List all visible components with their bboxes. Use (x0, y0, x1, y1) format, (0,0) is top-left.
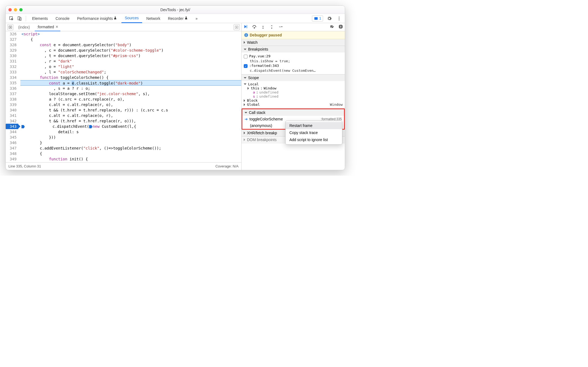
settings-icon[interactable] (326, 15, 333, 22)
step-into-icon[interactable] (261, 24, 265, 30)
var-name: a (253, 90, 255, 94)
expand-icon (244, 49, 246, 50)
main-split: (index) :formatted × 3263273283293303313… (6, 23, 345, 170)
scope-block[interactable]: Block (244, 98, 343, 102)
tabs-overflow[interactable]: » (192, 14, 201, 23)
section-title: Call stack (249, 110, 265, 115)
overflow-label: » (196, 16, 198, 21)
section-header[interactable]: Breakpoints (242, 46, 345, 52)
ctx-restart-frame[interactable]: Restart frame (286, 122, 342, 129)
tab-console[interactable]: Console (52, 14, 73, 23)
frame-name: toggleColorScheme (249, 117, 283, 121)
breakpoint-location: :formatted:343 (249, 64, 279, 68)
device-toolbar-icon[interactable] (16, 15, 23, 22)
debugger-pane: i Debugger paused Watch Breakpoints Pay.… (242, 23, 345, 170)
section-header[interactable]: Call stack (242, 109, 344, 116)
frame-location: :formatted:335 (321, 117, 342, 121)
run-snippet-icon[interactable] (234, 24, 240, 30)
cursor-position: Line 335, Column 31 (8, 164, 41, 168)
tab-elements[interactable]: Elements (29, 14, 51, 23)
expand-icon (244, 83, 246, 85)
ctx-add-ignore-list[interactable]: Add script to ignore list (286, 136, 342, 143)
tab-label: Network (146, 16, 160, 21)
svg-point-6 (339, 19, 340, 20)
scope-name: Block (247, 98, 258, 102)
breakpoint-snippet: c.dispatchEvent(new CustomEven… (250, 69, 343, 73)
tab-label: Elements (32, 16, 48, 21)
tab-label: Recorder (168, 16, 184, 21)
code-content[interactable]: <script> { const e = document.querySelec… (20, 31, 241, 162)
file-tab-index[interactable]: (index) (16, 23, 32, 31)
step-icon[interactable] (278, 24, 283, 30)
context-menu: Restart frame Copy stack trace Add scrip… (285, 121, 342, 145)
frame-name: (anonymous) (250, 123, 272, 128)
breakpoint-item[interactable]: Pay.vue:29 (244, 54, 343, 58)
svg-rect-11 (247, 25, 247, 28)
tab-label: Sources (125, 16, 139, 20)
flask-icon (113, 16, 117, 21)
tab-sources[interactable]: Sources (121, 14, 142, 23)
line-gutter[interactable]: 3263273283293303313323333343353363373383… (6, 31, 20, 162)
ctx-label: Add script to ignore list (289, 138, 328, 142)
section-title: Breakpoints (248, 47, 268, 51)
ctx-label: Copy stack trace (289, 130, 318, 135)
pause-on-exceptions-icon[interactable] (338, 24, 343, 30)
checkbox[interactable] (244, 55, 248, 58)
issues-button[interactable]: 1 (312, 15, 323, 21)
deactivate-breakpoints-icon[interactable] (330, 24, 334, 30)
inspect-element-icon[interactable] (8, 15, 15, 22)
issues-count: 1 (319, 16, 321, 20)
scope-this[interactable]: this: Window (248, 86, 343, 90)
editor-pane: (index) :formatted × 3263273283293303313… (6, 23, 242, 170)
breakpoint-snippet: this.isShow = true; (250, 59, 343, 63)
section-title: XHR/fetch breakp (247, 131, 277, 135)
kebab-menu-icon[interactable] (336, 15, 343, 22)
file-tab-formatted[interactable]: :formatted × (35, 23, 60, 31)
main-toolbar: Elements Console Performance insights So… (6, 14, 345, 23)
tab-recorder[interactable]: Recorder (165, 14, 191, 23)
svg-point-13 (262, 27, 264, 29)
scope-section: Scope Local this: Window a: undefined s:… (242, 74, 345, 108)
devtools-window: DevTools - jec.fyi/ Elements Console Per… (5, 5, 345, 170)
tab-performance-insights[interactable]: Performance insights (74, 14, 121, 23)
section-title: DOM breakpoints (247, 138, 277, 142)
breakpoints-section: Breakpoints Pay.vue:29 this.isShow = tru… (242, 46, 345, 74)
step-over-icon[interactable] (252, 24, 257, 30)
collapse-icon (244, 103, 245, 106)
resume-icon[interactable] (243, 24, 248, 30)
watch-section[interactable]: Watch (242, 39, 345, 46)
ctx-label: Restart frame (289, 123, 312, 128)
section-title: Scope (248, 76, 259, 80)
separator (26, 16, 26, 21)
scope-global[interactable]: GlobalWindow (244, 102, 343, 107)
scope-var[interactable]: a: undefined (248, 90, 343, 94)
scope-name: Local (248, 82, 259, 86)
expand-icon (245, 112, 247, 113)
breakpoint-location: Pay.vue:29 (249, 54, 270, 58)
close-tab-icon[interactable]: × (56, 24, 58, 29)
var-name: this (251, 86, 259, 90)
var-value: Window (330, 102, 343, 107)
debugger-toolbar (242, 23, 345, 31)
banner-text: Debugger paused (250, 33, 282, 37)
ctx-copy-stack-trace[interactable]: Copy stack trace (286, 129, 342, 136)
checkbox-checked[interactable] (244, 64, 248, 68)
section-title: Watch (247, 40, 258, 45)
tab-network[interactable]: Network (143, 14, 164, 23)
var-value: undefined (259, 94, 278, 98)
code-editor[interactable]: 3263273283293303313323333343353363373383… (6, 31, 241, 162)
svg-marker-10 (236, 27, 237, 28)
window-title: DevTools - jec.fyi/ (6, 8, 345, 12)
section-header[interactable]: Scope (242, 74, 345, 81)
collapse-icon (244, 41, 245, 44)
scope-var[interactable]: s: undefined (248, 94, 343, 98)
svg-rect-17 (341, 26, 342, 28)
step-out-icon[interactable] (269, 24, 274, 30)
collapse-icon (244, 138, 245, 141)
scope-local[interactable]: Local (244, 82, 343, 86)
navigator-toggle-icon[interactable] (7, 24, 13, 30)
collapse-icon (244, 132, 245, 134)
file-tab-label: :formatted (37, 25, 54, 29)
statusbar: Line 335, Column 31 Coverage: N/A (6, 162, 241, 170)
breakpoint-item[interactable]: :formatted:343 (244, 64, 343, 68)
